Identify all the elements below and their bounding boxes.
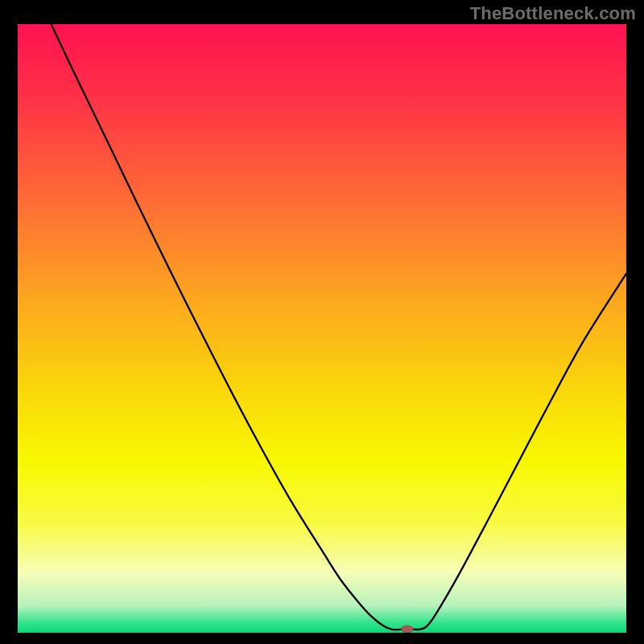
chart-svg [18,24,626,633]
watermark-text: TheBottleneck.com [470,3,636,24]
plot-area [18,24,626,633]
chart-container: TheBottleneck.com [0,0,644,644]
optimum-marker [401,625,413,632]
gradient-background [18,24,626,633]
